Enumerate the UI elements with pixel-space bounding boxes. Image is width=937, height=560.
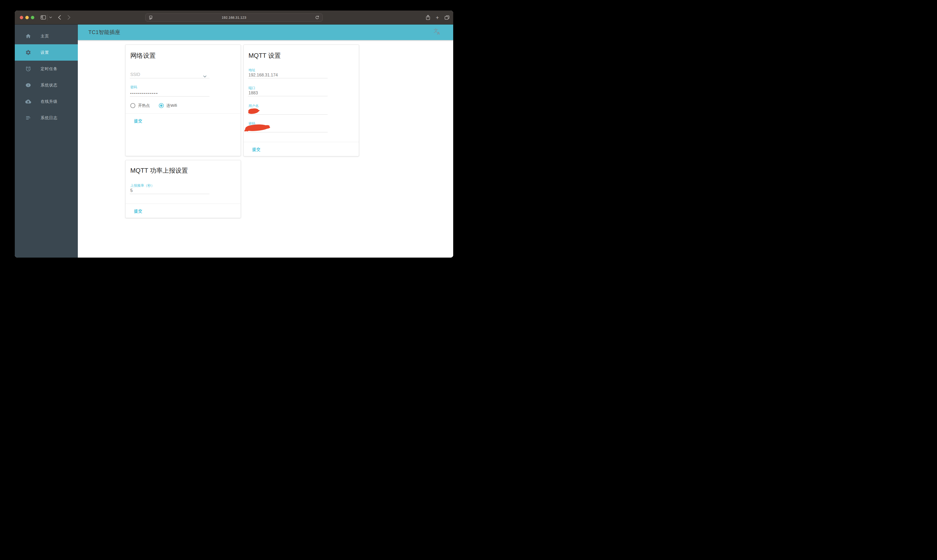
new-tab-icon[interactable]: +: [436, 15, 439, 20]
mqtt-address-input[interactable]: 192.168.31.174: [248, 73, 278, 77]
card-title: 网络设置: [130, 51, 156, 60]
power-submit-button[interactable]: 提交: [131, 207, 145, 215]
gear-icon: [25, 49, 31, 55]
input-underline: [130, 96, 210, 97]
mqtt-submit-button[interactable]: 提交: [250, 146, 263, 154]
chevron-down-icon[interactable]: [49, 11, 52, 24]
wifi-password-input[interactable]: ••••••••••••••: [130, 91, 158, 95]
radio-label: 开热点: [138, 103, 150, 108]
card-divider: [126, 203, 240, 204]
input-underline: [248, 114, 328, 115]
sidebar-item-system-logs[interactable]: 系统日志: [15, 110, 78, 126]
page-title: TC1智能插座: [88, 29, 120, 36]
sidebar-item-system-status[interactable]: 系统状态: [15, 77, 78, 93]
address-bar[interactable]: 192.168.31.123: [145, 14, 323, 22]
content-area: 网络设置 SSID 密码 •••••••••••••• 开热点 连Wifi: [78, 40, 453, 258]
network-settings-card: 网络设置 SSID 密码 •••••••••••••• 开热点 连Wifi: [125, 45, 241, 156]
cloud-download-icon: [25, 98, 31, 105]
sidebar: 主页 设置 定时任务 系统状态: [15, 25, 78, 258]
input-underline: [248, 78, 328, 78]
field-label: 用户名: [248, 104, 259, 108]
field-label: 地址: [248, 68, 255, 72]
mqtt-port-input[interactable]: 1883: [248, 91, 258, 95]
radio-label: 连Wifi: [166, 103, 177, 108]
traffic-lights: [20, 16, 34, 19]
back-icon[interactable]: [57, 11, 62, 24]
tab-overview-icon[interactable]: [444, 15, 450, 20]
sidebar-item-label: 主页: [41, 34, 49, 39]
card-divider: [244, 142, 359, 142]
sidebar-item-label: 系统状态: [41, 83, 57, 88]
browser-window: 192.168.31.123 +: [15, 11, 453, 258]
network-submit-button[interactable]: 提交: [131, 117, 145, 125]
sidebar-item-online-upgrade[interactable]: 在线升级: [15, 93, 78, 110]
forward-icon[interactable]: [66, 11, 71, 24]
page-icon[interactable]: [149, 15, 153, 20]
chrome-separator: [47, 14, 48, 20]
sidebar-item-label: 在线升级: [41, 99, 57, 104]
redaction-scribble: [244, 124, 271, 132]
sidebar-item-label: 设置: [41, 50, 49, 55]
report-frequency-input[interactable]: 5: [130, 188, 133, 193]
field-label: 上报频率（秒）: [130, 183, 154, 188]
field-label: 端口: [248, 86, 255, 91]
sidebar-item-home[interactable]: 主页: [15, 28, 78, 44]
app-header: TC1智能插座 文 A: [78, 25, 453, 40]
home-icon: [25, 33, 31, 39]
card-divider: [126, 113, 240, 114]
zoom-window-icon[interactable]: [31, 16, 34, 19]
input-underline: [130, 78, 210, 78]
url-text[interactable]: 192.168.31.123: [153, 15, 315, 20]
sidebar-item-settings[interactable]: 设置: [15, 44, 78, 61]
mqtt-power-report-card: MQTT 功率上报设置 上报频率（秒） 5 提交: [125, 160, 241, 218]
network-mode-radios: 开热点 连Wifi: [130, 103, 183, 108]
minimize-window-icon[interactable]: [25, 16, 29, 19]
input-underline: [248, 96, 328, 96]
card-title: MQTT 设置: [248, 51, 280, 60]
close-window-icon[interactable]: [20, 16, 23, 19]
share-icon[interactable]: [426, 15, 430, 20]
reload-icon[interactable]: [315, 15, 319, 20]
alarm-icon: [25, 66, 31, 72]
redaction-scribble: [247, 108, 260, 114]
field-label: 密码: [130, 85, 137, 90]
translate-icon[interactable]: 文 A: [434, 28, 442, 36]
hotspot-radio[interactable]: [130, 103, 135, 108]
sidebar-toggle-icon[interactable]: [40, 11, 46, 24]
sidebar-item-label: 系统日志: [41, 115, 57, 120]
ssid-select[interactable]: SSID: [130, 72, 140, 77]
browser-chrome: 192.168.31.123 +: [15, 11, 453, 25]
wifi-radio[interactable]: [159, 103, 164, 108]
sidebar-item-label: 定时任务: [41, 66, 57, 71]
mqtt-settings-card: MQTT 设置 地址 192.168.31.174 端口 1883 用户名 密码: [243, 45, 359, 156]
info-icon: [25, 82, 31, 88]
card-title: MQTT 功率上报设置: [130, 166, 188, 175]
sidebar-item-scheduled-tasks[interactable]: 定时任务: [15, 61, 78, 77]
logs-icon: [25, 115, 31, 121]
